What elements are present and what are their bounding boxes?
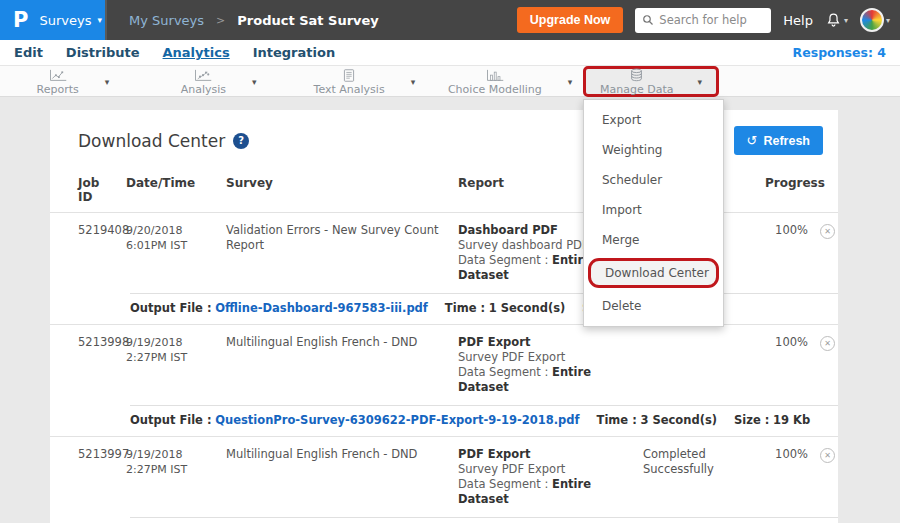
download-center-highlight: Download Center (588, 258, 719, 288)
responses-count[interactable]: Responses: 4 (793, 45, 886, 60)
menu-item-delete[interactable]: Delete (584, 291, 723, 321)
cancel-job-icon[interactable]: ✕ (820, 448, 835, 463)
chevron-down-icon: ▾ (97, 15, 102, 25)
manage-data-dropdown: Export Weighting Scheduler Import Merge … (583, 99, 724, 327)
help-link[interactable]: Help (783, 13, 813, 28)
chevron-down-icon[interactable]: ▾ (697, 77, 702, 87)
breadcrumb-my-surveys[interactable]: My Surveys (129, 13, 204, 28)
job-report: PDF Export Survey PDF Export Data Segmen… (458, 447, 643, 507)
col-date-time: Date/Time (126, 176, 226, 204)
job-survey: Multilingual English French - DND (226, 335, 458, 395)
help-question-icon[interactable]: ? (233, 133, 249, 149)
breadcrumb-current-survey: Product Sat Survey (237, 13, 379, 28)
text-document-icon (342, 69, 356, 82)
job-id: 5213997 (78, 447, 126, 507)
menu-item-scheduler[interactable]: Scheduler (584, 165, 723, 195)
job-datetime: 9/19/2018 2:27PM IST (126, 447, 226, 507)
bar-chart-icon (486, 69, 504, 82)
job-id: 5213998 (78, 335, 126, 395)
job-datetime: 9/20/2018 6:01PM IST (126, 223, 226, 283)
toolbar-text-analysis[interactable]: Text Analysis ▾ (292, 66, 438, 97)
toolbar-manage-data-highlight: Manage Data ▾ (583, 66, 719, 97)
job-id: 5219408 (78, 223, 126, 283)
account-menu[interactable]: ▾ (860, 8, 890, 32)
chevron-down-icon: ▾ (844, 16, 848, 25)
search-input[interactable] (659, 13, 764, 27)
page-title-text: Download Center (78, 131, 225, 151)
notifications-menu[interactable]: ▾ (825, 12, 848, 29)
output-file-row: Output File : QuestionPro-Survey-6309622… (130, 405, 838, 436)
page-title: Download Center ? (78, 131, 249, 151)
table-row: 5213997 9/19/2018 2:27PM IST Multilingua… (50, 437, 838, 523)
tab-analytics[interactable]: Analytics (163, 45, 230, 60)
chevron-down-icon[interactable]: ▾ (568, 77, 573, 87)
job-survey: Validation Errors - New Survey Count Rep… (226, 223, 458, 283)
toolbar-analysis-label: Analysis (181, 84, 226, 95)
job-progress: 100% (765, 335, 820, 395)
toolbar-text-analysis-label: Text Analysis (314, 84, 385, 95)
refresh-button-label: Refresh (763, 134, 810, 148)
job-progress: 100% (765, 223, 820, 283)
search-icon (642, 14, 654, 26)
table-row: 5213998 9/19/2018 2:27PM IST Multilingua… (50, 325, 838, 437)
toolbar-reports-label: Reports (37, 84, 79, 95)
job-report: PDF Export Survey PDF Export Data Segmen… (458, 335, 643, 395)
job-status: Completed Successfully (643, 447, 765, 507)
bell-icon (825, 12, 842, 29)
scatter-chart-icon (194, 69, 212, 82)
toolbar-analysis[interactable]: Analysis ▾ (146, 66, 292, 97)
refresh-icon: ↺ (747, 133, 758, 148)
job-datetime: 9/19/2018 2:27PM IST (126, 335, 226, 395)
menu-item-merge[interactable]: Merge (584, 225, 723, 255)
menu-item-weighting[interactable]: Weighting (584, 135, 723, 165)
top-bar: P Surveys ▾ My Surveys > Product Sat Sur… (0, 0, 900, 40)
cancel-job-icon[interactable]: ✕ (820, 224, 835, 239)
job-survey: Multilingual English French - DND (226, 447, 458, 507)
tab-edit[interactable]: Edit (14, 45, 43, 60)
toolbar-choice-modelling[interactable]: Choice Modelling ▾ (437, 66, 583, 97)
product-switcher[interactable]: P Surveys ▾ (0, 0, 107, 40)
content-area: Download Center ? ↺ Refresh Job ID Date/… (0, 97, 900, 523)
analytics-toolbar: Reports ▾ Analysis ▾ Text Analysis ▾ (0, 66, 900, 97)
output-file-row: Output File : Offline-Dashboard-967583-i… (130, 293, 838, 324)
help-search[interactable] (635, 8, 771, 33)
chevron-down-icon[interactable]: ▾ (252, 77, 257, 87)
tab-integration[interactable]: Integration (253, 45, 335, 60)
toolbar-manage-data-label: Manage Data (600, 84, 673, 95)
toolbar-manage-data[interactable]: Manage Data (600, 68, 673, 95)
avatar (860, 8, 884, 32)
tab-distribute[interactable]: Distribute (66, 45, 140, 60)
line-chart-icon (49, 69, 67, 82)
toolbar-reports[interactable]: Reports ▾ (0, 66, 146, 97)
survey-nav: Edit Distribute Analytics Integration Re… (0, 40, 900, 66)
output-file-link[interactable]: Offline-Dashboard-967583-iii.pdf (215, 301, 428, 315)
chevron-down-icon: ▾ (886, 16, 890, 25)
chevron-down-icon[interactable]: ▾ (411, 77, 416, 87)
upgrade-now-button[interactable]: Upgrade Now (517, 7, 624, 33)
col-survey: Survey (226, 176, 458, 204)
output-file-link[interactable]: QuestionPro-Survey-6309622-PDF-Export-9-… (215, 413, 579, 427)
refresh-button[interactable]: ↺ Refresh (734, 126, 823, 155)
col-job-id: Job ID (78, 176, 126, 204)
database-icon (629, 68, 644, 82)
questionpro-logo-icon: P (13, 7, 28, 32)
menu-item-import[interactable]: Import (584, 195, 723, 225)
toolbar-choice-modelling-label: Choice Modelling (448, 84, 542, 95)
col-progress: Progress (765, 176, 820, 204)
menu-item-download-center[interactable]: Download Center (591, 261, 716, 285)
menu-item-export[interactable]: Export (584, 105, 723, 135)
output-file-row: Output File : QuestionPro-Survey-6309622… (130, 517, 838, 523)
surveys-menu-label: Surveys (39, 13, 91, 28)
chevron-down-icon[interactable]: ▾ (105, 77, 110, 87)
job-status (643, 335, 765, 395)
job-progress: 100% (765, 447, 820, 507)
cancel-job-icon[interactable]: ✕ (820, 336, 835, 351)
breadcrumb-separator: > (216, 14, 225, 27)
breadcrumb: My Surveys > Product Sat Survey (129, 13, 379, 28)
